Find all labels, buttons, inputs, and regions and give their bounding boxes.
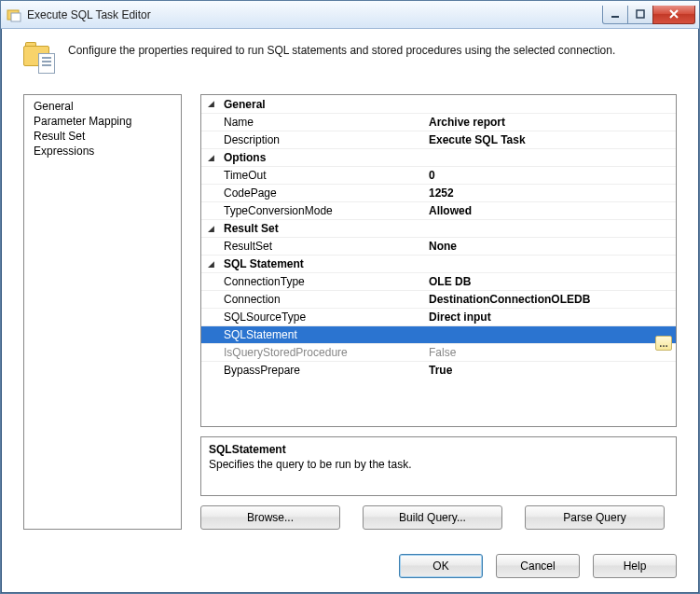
app-icon — [7, 7, 21, 22]
svg-rect-3 — [637, 10, 644, 18]
prop-typeconversionmode[interactable]: TypeConversionModeAllowed — [201, 201, 676, 219]
window-title: Execute SQL Task Editor — [27, 8, 603, 21]
sidebar: General Parameter Mapping Result Set Exp… — [23, 94, 182, 530]
task-icon — [23, 42, 55, 74]
svg-rect-1 — [11, 13, 21, 21]
ok-button[interactable]: OK — [399, 554, 483, 578]
window-buttons — [603, 6, 695, 24]
prop-connection[interactable]: ConnectionDestinationConnectionOLEDB — [201, 290, 676, 308]
header-description: Configure the properties required to run… — [68, 42, 615, 59]
prop-isquerystoredprocedure: IsQueryStoredProcedureFalse — [201, 343, 676, 361]
collapse-icon: ◢ — [208, 260, 214, 269]
description-title: SQLStatement — [209, 443, 668, 456]
main-column: ◢General NameArchive report DescriptionE… — [200, 94, 677, 530]
category-result-set[interactable]: ◢Result Set — [201, 219, 676, 237]
dialog-window: Execute SQL Task Editor Configure the pr… — [0, 0, 700, 594]
header: Configure the properties required to run… — [1, 29, 699, 90]
prop-bypassprepare[interactable]: BypassPrepareTrue — [201, 361, 676, 379]
browse-button[interactable]: Browse... — [200, 505, 340, 530]
minimize-button[interactable] — [602, 6, 628, 24]
maximize-button[interactable] — [627, 6, 653, 24]
sidebar-item-expressions[interactable]: Expressions — [34, 144, 172, 159]
prop-name[interactable]: NameArchive report — [201, 113, 676, 131]
collapse-icon: ◢ — [208, 225, 214, 233]
footer: OK Cancel Help — [1, 545, 699, 593]
prop-sqlstatement[interactable]: SQLStatement… — [201, 325, 676, 343]
close-button[interactable] — [652, 6, 695, 24]
description-text: Specifies the query to be run by the tas… — [209, 458, 668, 471]
help-button[interactable]: Help — [593, 554, 677, 578]
titlebar[interactable]: Execute SQL Task Editor — [1, 1, 699, 29]
prop-resultset[interactable]: ResultSetNone — [201, 237, 676, 255]
action-button-row: Browse... Build Query... Parse Query — [200, 505, 677, 530]
category-options[interactable]: ◢Options — [201, 148, 676, 166]
sidebar-item-result-set[interactable]: Result Set — [34, 129, 172, 144]
collapse-icon: ◢ — [208, 100, 214, 108]
svg-rect-2 — [611, 16, 619, 18]
prop-codepage[interactable]: CodePage1252 — [201, 184, 676, 201]
sidebar-item-general[interactable]: General — [34, 99, 172, 114]
build-query-button[interactable]: Build Query... — [363, 505, 502, 530]
category-sql-statement[interactable]: ◢SQL Statement — [201, 255, 676, 272]
description-panel: SQLStatement Specifies the query to be r… — [200, 436, 677, 496]
collapse-icon: ◢ — [208, 154, 214, 162]
prop-timeout[interactable]: TimeOut0 — [201, 166, 676, 184]
cancel-button[interactable]: Cancel — [496, 554, 580, 578]
body: General Parameter Mapping Result Set Exp… — [1, 90, 699, 545]
sidebar-item-parameter-mapping[interactable]: Parameter Mapping — [34, 114, 172, 129]
prop-connectiontype[interactable]: ConnectionTypeOLE DB — [201, 272, 676, 290]
property-grid: ◢General NameArchive report DescriptionE… — [200, 94, 677, 427]
prop-description[interactable]: DescriptionExecute SQL Task — [201, 131, 676, 148]
category-general[interactable]: ◢General — [201, 95, 676, 113]
parse-query-button[interactable]: Parse Query — [525, 505, 665, 530]
prop-sqlsourcetype[interactable]: SQLSourceTypeDirect input — [201, 308, 676, 325]
